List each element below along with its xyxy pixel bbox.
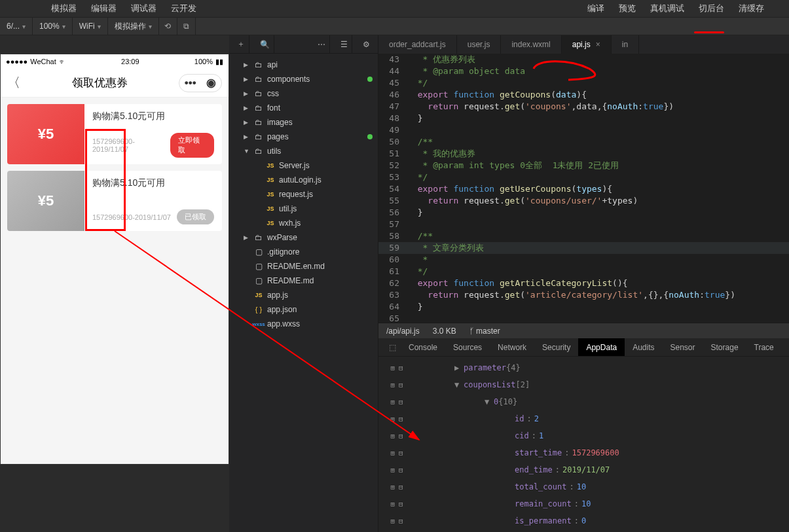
menu-cloud[interactable]: 云开发 <box>171 3 196 14</box>
appdata-row[interactable]: ⊞⊟▼0 {10} <box>378 393 789 410</box>
tree-toggle-icon[interactable]: ⊟ <box>399 483 403 491</box>
appdata-row[interactable]: ⊞⊟remain_count:10 <box>378 495 789 512</box>
tree-toggle-icon[interactable]: ⊞ <box>390 500 395 508</box>
rotate-icon[interactable]: ⟲ <box>159 18 177 35</box>
more-icon[interactable]: ⋯ <box>314 35 330 53</box>
editor-tab[interactable]: api.js× <box>562 35 612 54</box>
devtools-tab[interactable]: Trace <box>746 338 782 356</box>
tree-item[interactable]: ▶🗀pages <box>229 130 378 144</box>
back-icon[interactable]: 〈 <box>7 74 20 92</box>
appdata-row[interactable]: ⊞⊟id:2 <box>378 410 789 427</box>
menu-clear-cache[interactable]: 清缓存 <box>739 3 764 14</box>
tree-toggle-icon[interactable]: ⊟ <box>399 466 403 474</box>
add-file-icon[interactable]: ＋ <box>233 35 249 53</box>
devtools-tab[interactable]: Console <box>401 338 445 356</box>
editor-tab[interactable]: index.wxml <box>501 35 561 54</box>
appdata-row[interactable]: ⊞⊟▼couponsList [2] <box>378 376 789 393</box>
tree-item[interactable]: ▢README.md <box>229 274 378 288</box>
coupon-action-button[interactable]: 立即领取 <box>170 133 214 158</box>
appdata-row[interactable]: ⊞⊟▶parameter {4} <box>378 359 789 376</box>
menu-debugger[interactable]: 调试器 <box>131 3 156 14</box>
tree-toggle-icon[interactable]: ⊟ <box>399 398 403 406</box>
close-icon[interactable]: × <box>596 40 600 49</box>
search-icon[interactable]: 🔍 <box>256 35 274 53</box>
tree-item[interactable]: JSapp.js <box>229 288 378 302</box>
zoom-select[interactable]: 100%▾ <box>33 18 73 35</box>
network-select[interactable]: WiFi▾ <box>73 18 108 35</box>
appdata-row[interactable]: ⊞⊟start_time:1572969600 <box>378 444 789 461</box>
menu-remote-debug[interactable]: 真机调试 <box>650 3 684 14</box>
tree-item[interactable]: ▶🗀wxParse <box>229 230 378 245</box>
appdata-row[interactable]: ⊞⊟is_permanent:0 <box>378 512 789 529</box>
devtools-body[interactable]: ⊞⊟▶parameter {4}⊞⊟▼couponsList [2]⊞⊟▼0 {… <box>378 357 789 532</box>
coupon-action-button[interactable]: 已领取 <box>177 209 214 224</box>
capsule-menu[interactable]: ••• ◉ <box>179 74 222 92</box>
device-select[interactable]: 6/...▾ <box>0 18 33 35</box>
devtools-tab[interactable]: Wxml <box>782 338 789 356</box>
tree-item[interactable]: ▶🗀font <box>229 101 378 115</box>
tree-item[interactable]: JSwxh.js <box>229 216 378 230</box>
devtools-tab[interactable]: AppData <box>578 338 625 356</box>
menu-preview[interactable]: 预览 <box>619 3 636 14</box>
tree-toggle-icon[interactable]: ⊞ <box>390 398 395 406</box>
settings-icon[interactable]: ⚙ <box>359 35 374 53</box>
element-picker-icon[interactable]: ⬚ <box>384 343 401 352</box>
tree-item[interactable]: ▶🗀components <box>229 72 378 86</box>
tree-item[interactable]: ▶🗀css <box>229 86 378 101</box>
appdata-row[interactable]: ⊞⊟cid:1 <box>378 427 789 444</box>
menu-editor[interactable]: 编辑器 <box>91 3 117 14</box>
tree-toggle-icon[interactable]: ⊞ <box>390 517 395 525</box>
menu-compile[interactable]: 编译 <box>587 3 604 14</box>
devtools-tab[interactable]: Sensor <box>663 338 703 356</box>
devtools-tab[interactable]: Audits <box>625 338 662 356</box>
tree-toggle-icon[interactable]: ⊞ <box>390 466 395 474</box>
tree-toggle-icon[interactable]: ⊞ <box>390 415 395 423</box>
tree-toggle-icon[interactable]: ⊟ <box>399 432 403 440</box>
detach-icon[interactable]: ⧉ <box>177 18 196 35</box>
tree-item[interactable]: ▶🗀api <box>229 58 378 72</box>
tree-toggle-icon[interactable]: ⊞ <box>390 364 395 372</box>
tree-toggle-icon[interactable]: ⊞ <box>390 432 395 440</box>
tree-toggle-icon[interactable]: ⊞ <box>390 449 395 457</box>
tree-toggle-icon[interactable]: ⊟ <box>399 381 403 389</box>
tree-item[interactable]: JSutil.js <box>229 202 378 216</box>
devtools-tab[interactable]: Storage <box>703 338 746 356</box>
tree-item[interactable]: ▢README.en.md <box>229 259 378 274</box>
capsule-more-icon[interactable]: ••• <box>185 77 196 90</box>
expand-icon[interactable]: ▼ <box>454 380 464 389</box>
tree-item[interactable]: ▢.gitignore <box>229 245 378 259</box>
menu-simulator[interactable]: 模拟器 <box>51 3 77 14</box>
tree-item[interactable]: ▶🗀images <box>229 115 378 130</box>
tree-toggle-icon[interactable]: ⊞ <box>390 381 395 389</box>
tree-toggle-icon[interactable]: ⊟ <box>399 517 403 525</box>
tree-toggle-icon[interactable]: ⊟ <box>399 500 403 508</box>
expand-icon[interactable]: ▼ <box>485 397 494 406</box>
split-icon[interactable]: ☰ <box>337 35 352 53</box>
appdata-row[interactable]: ⊞⊟total_count:10 <box>378 478 789 495</box>
appdata-row[interactable]: ⊞⊟end_time:2019/11/07 <box>378 461 789 478</box>
sim-action-select[interactable]: 模拟操作▾ <box>108 18 159 35</box>
capsule-close-icon[interactable]: ◉ <box>206 76 216 90</box>
coupon-card[interactable]: ¥5购物满5.10元可用1572969600-2019/11/07已领取 <box>7 171 222 231</box>
devtools-tab[interactable]: Sources <box>445 338 490 356</box>
devtools-tab[interactable]: Security <box>534 338 578 356</box>
menu-background[interactable]: 切后台 <box>699 3 724 14</box>
coupon-card[interactable]: ¥5购物满5.10元可用1572969600-2019/11/07立即领取 <box>7 104 222 164</box>
editor-tab-partial[interactable]: in <box>612 35 639 54</box>
tree-toggle-icon[interactable]: ⊞ <box>390 483 395 491</box>
devtools-tab[interactable]: Network <box>490 338 534 356</box>
tree-toggle-icon[interactable]: ⊟ <box>399 415 403 423</box>
editor-tab[interactable]: order_addcart.js <box>378 35 457 54</box>
tree-item[interactable]: JSautuLogin.js <box>229 173 378 187</box>
code-body[interactable]: 43 * 优惠券列表44 * @param object data45 */46… <box>378 54 789 323</box>
tree-toggle-icon[interactable]: ⊟ <box>399 449 403 457</box>
expand-icon[interactable]: ▶ <box>454 363 464 372</box>
tree-item[interactable]: wxssapp.wxss <box>229 317 378 331</box>
tree-item[interactable]: JSServer.js <box>229 158 378 173</box>
tree-item[interactable]: { }app.json <box>229 302 378 317</box>
tree-item[interactable]: ▼🗀utils <box>229 144 378 158</box>
appdata-row[interactable]: ⊞⊟coupon_price:5 <box>378 529 789 532</box>
tree-item[interactable]: JSrequest.js <box>229 187 378 202</box>
tree-toggle-icon[interactable]: ⊟ <box>399 364 403 372</box>
editor-tab[interactable]: user.js <box>457 35 502 54</box>
